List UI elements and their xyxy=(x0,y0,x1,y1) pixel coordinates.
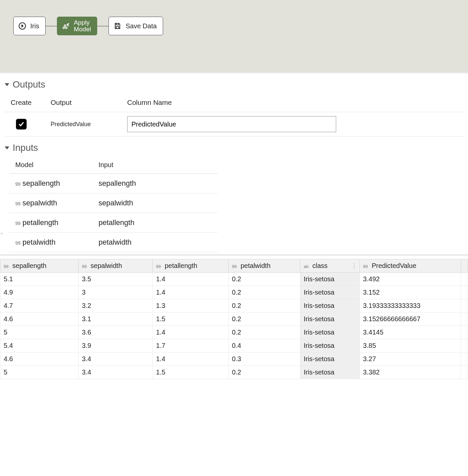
table-cell: 3.1 xyxy=(79,313,153,326)
table-cell: Iris-setosa xyxy=(300,313,359,326)
table-row[interactable]: 5.13.51.40.2Iris-setosa3.492 xyxy=(0,273,468,286)
flow-connector xyxy=(46,26,57,26)
spacer xyxy=(461,259,468,273)
table-cell: 4.6 xyxy=(0,313,79,326)
table-cell: 1.7 xyxy=(152,339,228,353)
table-row[interactable]: 53.41.50.2Iris-setosa3.382 xyxy=(0,366,468,379)
svg-point-6 xyxy=(68,25,68,26)
outputs-header[interactable]: Outputs xyxy=(5,76,463,92)
numeric-type-icon: 99 xyxy=(232,264,237,269)
column-header-petalwidth[interactable]: 99 petalwidth xyxy=(228,259,300,273)
table-cell: 1.4 xyxy=(152,326,228,339)
table-cell: 3.15266666666667 xyxy=(359,313,461,326)
inputs-header[interactable]: Inputs xyxy=(5,139,463,155)
input-field: sepallength xyxy=(99,179,218,188)
table-cell: 3.4145 xyxy=(359,326,461,339)
table-cell: 0.2 xyxy=(228,366,300,379)
table-cell: 3.492 xyxy=(359,273,461,286)
inputs-row[interactable]: 99petallengthpetallength xyxy=(9,213,218,233)
numeric-type-icon: 99 xyxy=(156,264,161,269)
table-cell: 0.2 xyxy=(228,286,300,299)
table-row[interactable]: 4.63.41.40.3Iris-setosa3.27 xyxy=(0,353,468,366)
section-title: Inputs xyxy=(13,142,38,153)
collapse-triangle-icon xyxy=(5,146,9,149)
column-header-class[interactable]: ab class⋮ xyxy=(300,259,359,273)
svg-point-4 xyxy=(67,24,68,25)
svg-point-2 xyxy=(65,27,67,29)
input-field: petallength xyxy=(99,218,218,227)
flow-canvas[interactable]: Iris Apply Model Save Data xyxy=(0,0,468,72)
table-cell: 0.4 xyxy=(228,339,300,353)
col-header-output: Output xyxy=(51,99,127,107)
table-cell: 5.1 xyxy=(0,273,79,286)
create-checkbox[interactable] xyxy=(16,119,27,129)
table-cell: 0.3 xyxy=(228,353,300,366)
flow-node-label: Iris xyxy=(30,22,39,30)
table-row[interactable]: 4.931.40.2Iris-setosa3.152 xyxy=(0,286,468,299)
inputs-row[interactable]: 99petalwidthpetalwidth xyxy=(9,233,218,252)
spacer xyxy=(461,353,468,366)
table-cell: 4.6 xyxy=(0,353,79,366)
column-header-sepallength[interactable]: 99 sepallength xyxy=(0,259,79,273)
spacer xyxy=(461,286,468,299)
table-cell: 3.152 xyxy=(359,286,461,299)
spacer xyxy=(461,339,468,353)
col-header-model: Model xyxy=(15,161,99,169)
table-row[interactable]: 53.61.40.2Iris-setosa3.4145 xyxy=(0,326,468,339)
spacer xyxy=(461,366,468,379)
col-header-create: Create xyxy=(11,99,51,107)
col-header-colname: Column Name xyxy=(127,99,463,107)
numeric-type-icon: 99 xyxy=(15,201,21,206)
model-field: 99petalwidth xyxy=(15,238,99,247)
table-row[interactable]: 4.63.11.50.2Iris-setosa3.15266666666667 xyxy=(0,313,468,326)
column-menu-icon[interactable]: ⋮ xyxy=(351,265,357,267)
table-cell: Iris-setosa xyxy=(300,326,359,339)
table-cell: 5 xyxy=(0,326,79,339)
svg-point-5 xyxy=(68,23,69,24)
outputs-section: Outputs Create Output Column Name Predic… xyxy=(0,73,468,136)
column-header-PredictedValue[interactable]: 99 PredictedValue xyxy=(359,259,461,273)
section-title: Outputs xyxy=(13,79,45,90)
table-cell: 3.5 xyxy=(79,273,153,286)
drag-handle-icon[interactable]: ⠿ xyxy=(1,232,2,235)
svg-point-1 xyxy=(63,27,65,29)
numeric-type-icon: 99 xyxy=(363,264,368,269)
table-cell: 3.382 xyxy=(359,366,461,379)
column-header-sepalwidth[interactable]: 99 sepalwidth xyxy=(79,259,153,273)
table-row[interactable]: 4.73.21.30.2Iris-setosa3.19333333333333 xyxy=(0,299,468,313)
spacer xyxy=(461,313,468,326)
table-cell: 0.2 xyxy=(228,299,300,313)
flow-connector xyxy=(97,26,109,26)
column-header-petallength[interactable]: 99 petallength xyxy=(152,259,228,273)
arrow-circle-right-icon xyxy=(18,21,27,31)
numeric-type-icon: 99 xyxy=(15,221,21,226)
inputs-section: Inputs Model Input 99sepallengthsepallen… xyxy=(0,136,468,252)
table-cell: 0.2 xyxy=(228,313,300,326)
table-cell: 3.27 xyxy=(359,353,461,366)
table-cell: 1.4 xyxy=(152,273,228,286)
col-header-input: Input xyxy=(99,161,218,169)
table-cell: Iris-setosa xyxy=(300,339,359,353)
flow-node-save-data[interactable]: Save Data xyxy=(109,17,163,35)
inputs-row[interactable]: 99sepalwidthsepalwidth xyxy=(9,193,218,213)
table-cell: Iris-setosa xyxy=(300,353,359,366)
table-cell: 0.2 xyxy=(228,273,300,286)
save-icon xyxy=(113,21,122,31)
spacer xyxy=(461,326,468,339)
string-type-icon: ab xyxy=(304,264,308,269)
model-field: 99petallength xyxy=(15,218,99,227)
flow-node-apply-model[interactable]: Apply Model xyxy=(57,17,98,35)
column-name-input[interactable] xyxy=(127,116,336,132)
inputs-row[interactable]: 99sepallengthsepallength xyxy=(9,174,218,193)
inputs-column-headers: Model Input xyxy=(9,155,218,174)
table-cell: 4.7 xyxy=(0,299,79,313)
table-row[interactable]: 5.43.91.70.4Iris-setosa3.85 xyxy=(0,339,468,353)
output-name: PredictedValue xyxy=(51,121,127,128)
table-cell: 3.4 xyxy=(79,366,153,379)
table-cell: Iris-setosa xyxy=(300,299,359,313)
flow-node-iris[interactable]: Iris xyxy=(13,17,46,35)
table-cell: 3.85 xyxy=(359,339,461,353)
spacer xyxy=(461,299,468,313)
model-field: 99sepallength xyxy=(15,179,99,188)
numeric-type-icon: 99 xyxy=(4,264,8,269)
